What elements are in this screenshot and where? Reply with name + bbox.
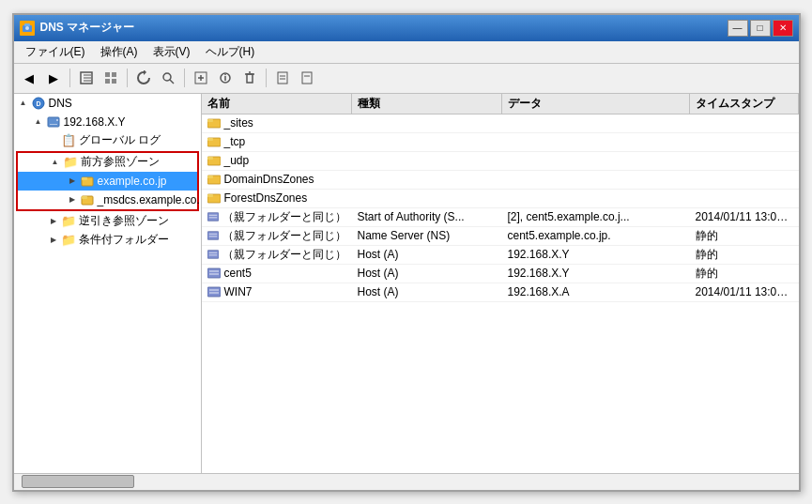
svg-rect-29 <box>48 117 59 127</box>
svg-rect-37 <box>207 119 213 122</box>
col-header-ts[interactable]: タイムスタンプ <box>690 94 799 114</box>
content-panel: 名前 種類 データ タイムスタンプ _sites <box>202 94 799 473</box>
svg-rect-46 <box>207 213 219 221</box>
cell-data-host-parent: 192.168.X.Y <box>502 248 690 261</box>
table-row[interactable]: （親フォルダーと同じ） Name Server (NS) cent5.examp… <box>202 227 799 246</box>
tree-root[interactable]: ▲ D DNS <box>14 94 201 113</box>
tree-globallog[interactable]: ▶ 📋 グローバル ログ <box>14 131 201 150</box>
menu-bar: ファイル(E) 操作(A) 表示(V) ヘルプ(H) <box>14 41 799 64</box>
tree-example[interactable]: ▶ example.co.jp <box>18 172 197 191</box>
svg-rect-43 <box>207 176 213 178</box>
table-row[interactable]: _sites <box>202 115 799 133</box>
tree-server-label: 192.168.X.Y <box>64 115 126 129</box>
cell-type-win7: Host (A) <box>352 285 502 298</box>
table-row[interactable]: ForestDnsZones <box>202 190 799 208</box>
svg-rect-41 <box>207 157 213 160</box>
table-row[interactable]: （親フォルダーと同じ） Start of Authority (S... [2]… <box>202 208 799 227</box>
conditional-expand-icon: ▶ <box>46 233 61 248</box>
cell-name-ns: （親フォルダーと同じ） <box>202 228 352 244</box>
forwardzone-expand-icon: ▲ <box>48 155 63 170</box>
cell-ts-soa: 2014/01/11 13:00:00 <box>690 210 799 223</box>
refresh-button[interactable] <box>132 67 155 89</box>
view-list-button[interactable] <box>75 67 98 89</box>
window-controls: — □ ✕ <box>728 20 793 37</box>
toolbar-sep-4 <box>266 69 267 87</box>
tree-panel: ▲ D DNS ▲ <box>14 94 202 473</box>
tree-globallog-label: グローバル ログ <box>79 132 161 148</box>
svg-rect-1 <box>24 23 30 26</box>
svg-rect-31 <box>50 124 57 125</box>
tree-conditional[interactable]: ▶ 📁 条件付フォルダー <box>14 231 201 250</box>
svg-rect-45 <box>207 194 213 197</box>
menu-file[interactable]: ファイル(E) <box>18 42 93 62</box>
tree-forwardzone-label: 前方参照ゾーン <box>81 154 160 170</box>
col-header-name[interactable]: 名前 <box>202 94 352 114</box>
msdcs-expand-icon: ▶ <box>65 192 80 207</box>
svg-rect-9 <box>105 79 110 84</box>
col-header-type[interactable]: 種類 <box>352 94 502 114</box>
delete-button[interactable] <box>238 67 261 89</box>
toolbar-sep-2 <box>127 69 128 87</box>
cell-name-domaindns: DomainDnsZones <box>202 173 352 186</box>
menu-action[interactable]: 操作(A) <box>93 42 146 62</box>
svg-point-2 <box>25 26 29 30</box>
svg-rect-55 <box>207 268 221 278</box>
svg-rect-8 <box>112 72 116 77</box>
export-button[interactable] <box>271 67 294 89</box>
minimize-button[interactable]: — <box>728 20 748 37</box>
cell-ts-win7: 2014/01/11 13:00:00 <box>690 285 799 298</box>
new-button[interactable] <box>190 67 212 89</box>
reversezone-icon: 📁 <box>61 214 76 229</box>
svg-rect-49 <box>207 232 219 240</box>
cell-name-host-parent: （親フォルダーと同じ） <box>202 247 352 263</box>
tree-reversezone[interactable]: ▶ 📁 逆引き参照ゾーン <box>14 212 201 231</box>
menu-view[interactable]: 表示(V) <box>146 42 198 62</box>
svg-text:D: D <box>36 100 40 107</box>
root-expand-icon: ▲ <box>16 96 31 111</box>
tree-msdcs[interactable]: ▶ _msdcs.example.co... <box>18 191 197 209</box>
server-expand-icon: ▲ <box>31 115 46 130</box>
menu-help[interactable]: ヘルプ(H) <box>198 42 263 62</box>
search-button[interactable] <box>157 67 179 89</box>
cell-name-tcp: _tcp <box>202 135 352 148</box>
close-button[interactable]: ✕ <box>773 20 793 37</box>
table-row[interactable]: _udp <box>202 152 799 171</box>
tree-forwardzone[interactable]: ▲ 📁 前方参照ゾーン <box>18 153 197 172</box>
dns-icon: D <box>31 96 46 111</box>
cell-type-ns: Name Server (NS) <box>352 229 502 242</box>
cell-type-soa: Start of Authority (S... <box>352 210 502 223</box>
table-row[interactable]: DomainDnsZones <box>202 171 799 190</box>
forward-button[interactable]: ▶ <box>42 67 65 89</box>
table-row[interactable]: （親フォルダーと同じ） Host (A) 192.168.X.Y 静的 <box>202 246 799 265</box>
tree-server[interactable]: ▲ 192.168.X.Y <box>14 113 201 131</box>
forwardzone-icon: 📁 <box>63 155 78 170</box>
main-area: ▲ D DNS ▲ <box>14 94 799 473</box>
cell-name-udp: _udp <box>202 154 352 167</box>
maximize-button[interactable]: □ <box>750 20 771 37</box>
view-details-button[interactable] <box>100 67 122 89</box>
window-title: DNS マネージャー <box>40 20 135 36</box>
horizontal-scrollbar[interactable] <box>22 475 134 488</box>
toolbar: ◀ ▶ <box>14 64 799 94</box>
cell-type-host-parent: Host (A) <box>352 248 502 261</box>
table-row[interactable]: cent5 Host (A) 192.168.X.Y 静的 <box>202 265 799 283</box>
title-bar: DNS マネージャー — □ ✕ <box>14 15 799 41</box>
properties-button[interactable] <box>214 67 237 89</box>
cell-ts-host-parent: 静的 <box>690 247 799 263</box>
svg-point-30 <box>56 119 58 121</box>
table-row[interactable]: _tcp <box>202 133 799 152</box>
svg-rect-19 <box>247 74 253 83</box>
cell-name-sites: _sites <box>202 116 352 130</box>
msdcs-icon <box>80 192 95 207</box>
svg-rect-58 <box>207 287 221 297</box>
svg-rect-52 <box>207 251 219 259</box>
server-icon <box>46 115 61 130</box>
table-row[interactable]: WIN7 Host (A) 192.168.X.A 2014/01/11 13:… <box>202 283 799 302</box>
scrollbar-area <box>14 473 799 490</box>
example-icon <box>80 174 95 189</box>
svg-rect-10 <box>112 79 116 84</box>
col-header-data[interactable]: データ <box>502 94 690 114</box>
back-button[interactable]: ◀ <box>18 67 40 89</box>
import-button[interactable] <box>296 67 318 89</box>
globallog-icon: 📋 <box>61 133 76 148</box>
